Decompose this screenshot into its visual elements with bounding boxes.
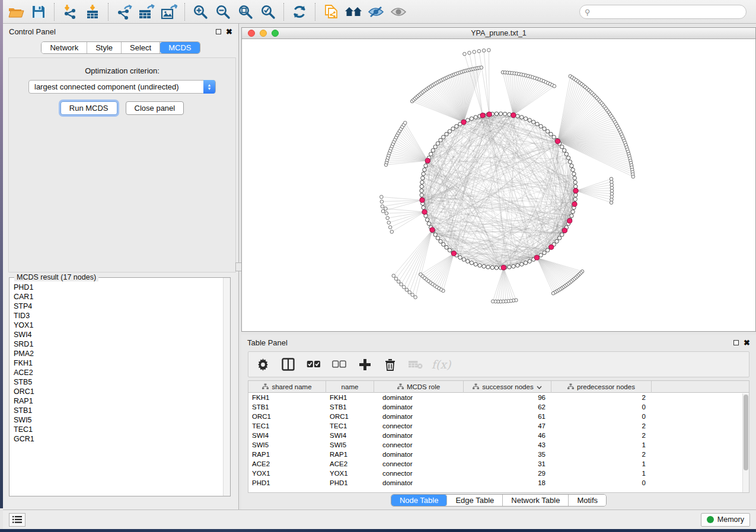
mcds-result-item[interactable]: YOX1	[14, 321, 222, 330]
table-settings-icon[interactable]	[256, 357, 270, 371]
table-scrollbar[interactable]	[742, 393, 749, 492]
table-row[interactable]: STB1STB1dominator620	[248, 402, 749, 412]
column-header-successor-nodes[interactable]: successor nodes	[464, 381, 551, 393]
delete-column-icon[interactable]	[383, 357, 397, 371]
deselect-all-rows-icon[interactable]	[332, 357, 346, 371]
mcds-result-item[interactable]: GCR1	[14, 434, 222, 444]
export-table-icon[interactable]	[136, 2, 157, 21]
mcds-result-item[interactable]: RAP1	[14, 396, 222, 406]
table-row[interactable]: RAP1RAP1dominator352	[248, 450, 749, 459]
save-icon[interactable]	[28, 2, 49, 21]
task-history-button[interactable]	[9, 513, 25, 527]
mcds-result-item[interactable]: STP4	[14, 302, 222, 311]
tab-select[interactable]: Select	[122, 42, 160, 53]
network-graph-canvas[interactable]	[242, 39, 755, 331]
mcds-result-group: MCDS result (17 nodes) PHD1CAR1STP4TID3Y…	[9, 277, 231, 496]
mcds-result-item[interactable]: ORC1	[14, 387, 222, 396]
mcds-hub-node[interactable]	[425, 158, 430, 163]
criterion-dropdown[interactable]: largest connected component (undirected)…	[28, 80, 216, 94]
mcds-result-item[interactable]: FKH1	[14, 358, 222, 368]
mcds-result-scrollbar[interactable]	[223, 278, 230, 496]
mcds-hub-node[interactable]	[487, 112, 492, 117]
mcds-result-item[interactable]: SWI5	[14, 415, 222, 425]
close-panel-icon[interactable]: ✖	[226, 29, 232, 34]
zoom-out-icon[interactable]	[213, 2, 233, 21]
clone-network-icon[interactable]	[321, 2, 341, 21]
select-all-rows-icon[interactable]	[307, 357, 321, 371]
mcds-hub-node[interactable]	[430, 227, 435, 232]
mcds-result-item[interactable]: TEC1	[14, 425, 222, 434]
table-row[interactable]: SWI4SWI4dominator462	[248, 431, 749, 440]
search-input[interactable]	[591, 6, 746, 18]
export-network-icon[interactable]	[114, 2, 134, 21]
float-table-panel-icon[interactable]	[733, 340, 739, 345]
tab-edge-table[interactable]: Edge Table	[447, 495, 503, 506]
refresh-layout-icon[interactable]	[289, 2, 310, 21]
zoom-in-icon[interactable]	[190, 2, 210, 21]
mcds-result-item[interactable]: STB5	[14, 377, 222, 387]
add-column-icon[interactable]	[358, 357, 372, 371]
column-header-MCDS-role[interactable]: MCDS role	[374, 381, 464, 393]
tab-network[interactable]: Network	[42, 42, 87, 53]
run-mcds-button[interactable]: Run MCDS	[60, 101, 117, 115]
mcds-hub-node[interactable]	[451, 251, 456, 256]
table-row[interactable]: PHD1PHD1dominator180	[248, 478, 749, 488]
float-panel-icon[interactable]	[216, 29, 221, 34]
mcds-hub-node[interactable]	[420, 198, 425, 203]
mcds-hub-node[interactable]	[562, 228, 567, 233]
mcds-hub-node[interactable]	[511, 113, 516, 117]
tab-style[interactable]: Style	[87, 42, 122, 53]
zoom-selected-icon[interactable]	[258, 2, 278, 21]
zoom-fit-icon[interactable]	[235, 2, 256, 21]
show-all-icon[interactable]	[388, 2, 409, 21]
tab-node-table[interactable]: Node Table	[391, 495, 448, 506]
mcds-hub-node[interactable]	[572, 202, 577, 207]
hide-selected-icon[interactable]	[366, 2, 386, 21]
table-row[interactable]: ORC1ORC1dominator610	[248, 412, 749, 421]
mcds-hub-node[interactable]	[549, 245, 554, 249]
table-row[interactable]: TEC1TEC1connector472	[248, 421, 749, 431]
mcds-result-item[interactable]: TID3	[14, 311, 222, 321]
mcds-hub-node[interactable]	[567, 219, 572, 223]
import-network-icon[interactable]	[60, 2, 80, 21]
open-folder-icon[interactable]	[6, 2, 26, 21]
mcds-result-item[interactable]: STB1	[14, 406, 222, 415]
export-image-icon[interactable]	[159, 2, 179, 21]
table-row[interactable]: YOX1YOX1connector291	[248, 469, 749, 478]
first-neighbors-icon[interactable]	[343, 2, 363, 21]
mcds-result-item[interactable]: PMA2	[14, 349, 222, 358]
mcds-result-item[interactable]: SWI4	[14, 330, 222, 339]
mcds-hub-node[interactable]	[573, 188, 578, 193]
close-table-panel-icon[interactable]: ✖	[744, 340, 750, 345]
table-row[interactable]: SWI5SWI5connector431	[248, 440, 749, 450]
memory-button[interactable]: Memory	[701, 513, 750, 527]
import-table-icon[interactable]	[82, 2, 103, 21]
tab-network-table[interactable]: Network Table	[503, 495, 569, 506]
mcds-result-item[interactable]: PHD1	[14, 283, 222, 292]
column-header-predecessor-nodes[interactable]: predecessor nodes	[551, 381, 652, 393]
toolbar-separator	[54, 3, 55, 21]
close-panel-button[interactable]: Close panel	[126, 101, 184, 115]
mcds-hub-node[interactable]	[422, 210, 427, 214]
tab-mcds[interactable]: MCDS	[160, 42, 199, 53]
mcds-result-item[interactable]: CAR1	[14, 292, 222, 302]
mcds-hub-node[interactable]	[501, 265, 506, 270]
table-row[interactable]: ACE2ACE2connector311	[248, 459, 749, 469]
table-row[interactable]: FKH1FKH1dominator962	[248, 393, 749, 402]
column-header-name[interactable]: name	[326, 381, 374, 393]
mcds-result-item[interactable]: ACE2	[14, 368, 222, 377]
column-panel-icon[interactable]	[281, 357, 295, 371]
table-scrollbar-thumb[interactable]	[744, 395, 748, 470]
mcds-result-item[interactable]: SRD1	[14, 339, 222, 349]
network-window-titlebar[interactable]: YPA_prune.txt_1	[242, 28, 755, 39]
mcds-hub-node[interactable]	[556, 139, 560, 143]
column-header-shared-name[interactable]: shared name	[248, 381, 326, 393]
tab-motifs[interactable]: Motifs	[569, 495, 606, 506]
mcds-hub-node[interactable]	[534, 255, 539, 260]
cell-predecessor-nodes: 0	[551, 403, 652, 411]
cell-name: FKH1	[326, 394, 374, 401]
mcds-hub-node[interactable]	[461, 120, 466, 124]
mcds-result-list[interactable]: PHD1CAR1STP4TID3YOX1SWI4SRD1PMA2FKH1ACE2…	[10, 281, 222, 495]
mcds-hub-node[interactable]	[480, 113, 485, 118]
search-box[interactable]: ⚲	[579, 5, 747, 19]
